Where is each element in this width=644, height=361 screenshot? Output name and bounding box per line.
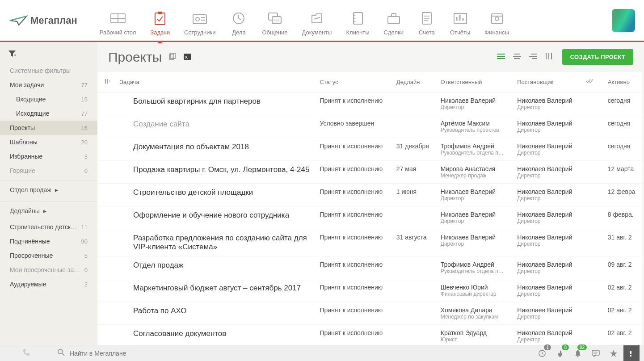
bell-icon[interactable]: 92 xyxy=(570,345,586,361)
cell-task: Большой квартирник для партнеров xyxy=(115,92,315,115)
table-row[interactable]: Большой квартирник для партнеровПринят к… xyxy=(97,92,642,115)
user-avatar[interactable] xyxy=(612,9,635,32)
cell-responsible: Николаев ВалерийДиректор xyxy=(436,206,513,229)
sidebar-item[interactable]: Избранные3 xyxy=(0,149,97,164)
nav-label: Рабочий стол xyxy=(100,29,136,36)
nav-icon xyxy=(308,10,326,26)
nav-employees[interactable]: Сотрудники xyxy=(184,5,215,36)
sidebar-group-deadlines[interactable]: Дедлайны ▸ xyxy=(0,201,97,220)
flame-icon[interactable]: 8 xyxy=(552,345,568,361)
nav-finance[interactable]: Финансы xyxy=(484,5,509,36)
col-author[interactable]: Постановщик xyxy=(513,72,581,92)
cell-task: Согласование документов xyxy=(115,325,315,345)
nav-label: Отчёты xyxy=(450,29,470,36)
table-row[interactable]: Документация по объектам 2018Принят к ис… xyxy=(97,138,642,161)
nav-label: Дела xyxy=(232,29,245,36)
sidebar-item[interactable]: Просроченные5 xyxy=(0,248,97,263)
phone-icon[interactable] xyxy=(4,348,48,358)
svg-point-14 xyxy=(274,20,275,21)
sidebar-item[interactable]: Входящие15 xyxy=(0,92,97,106)
cell-responsible: Артёмов МаксимРуководитель проектов xyxy=(436,115,513,138)
sidebar-item[interactable]: Подчинённые90 xyxy=(0,234,97,248)
sidebar-item-count: 77 xyxy=(81,110,88,117)
cell-check xyxy=(581,302,603,325)
sidebar-item[interactable]: Аудируемые2 xyxy=(0,277,97,291)
col-responsible[interactable]: Ответственный xyxy=(436,72,513,92)
col-activity[interactable]: Активно xyxy=(603,72,642,92)
table-row[interactable]: Создание сайтаУсловно завершенАртёмов Ма… xyxy=(97,115,642,138)
sidebar-item-count: 11 xyxy=(81,224,88,231)
brand-logo[interactable]: Мегаплан xyxy=(9,14,77,27)
table-row[interactable]: Строительство детской площадкиПринят к и… xyxy=(97,184,642,206)
view-list-icon[interactable] xyxy=(497,53,505,61)
table-header-row: + Задача Статус Дедлайн Ответственный По… xyxy=(97,72,642,92)
nav-sales[interactable]: Сделки xyxy=(384,5,404,36)
sidebar-item-label: Избранные xyxy=(10,153,42,160)
sidebar-item[interactable]: Шаблоны20 xyxy=(0,135,97,149)
nav-chat[interactable]: Общение xyxy=(262,5,287,36)
cell-status: Принят к исполнению xyxy=(315,206,391,229)
search-input[interactable] xyxy=(70,350,525,357)
cell-activity: 12 марта xyxy=(603,161,642,184)
projects-table: + Задача Статус Дедлайн Ответственный По… xyxy=(97,72,642,345)
svg-text:+: + xyxy=(109,79,111,84)
sidebar-item[interactable]: Строительство детск…11 xyxy=(0,220,97,234)
table-row[interactable]: Согласование документовПринят к исполнен… xyxy=(97,325,642,345)
nav-documents[interactable]: Документы xyxy=(302,5,332,36)
table-row[interactable]: Продажа квартиры г. Омск, ул. Лермонтова… xyxy=(97,161,642,184)
nav-invoices[interactable]: Счета xyxy=(418,5,436,36)
chat-icon[interactable] xyxy=(588,345,604,361)
svg-point-6 xyxy=(196,17,199,21)
table-row[interactable]: Разработка предложения по созданию сайта… xyxy=(97,229,642,256)
col-deadline[interactable]: Дедлайн xyxy=(392,72,436,92)
badge: 92 xyxy=(577,344,587,350)
cell-status: Принят к исполнению xyxy=(315,325,391,345)
col-status[interactable]: Статус xyxy=(315,72,391,92)
badge: 8 xyxy=(562,344,569,350)
sidebar-item[interactable]: Мои задачи77 xyxy=(0,78,97,92)
nav-label: Сотрудники xyxy=(184,29,215,36)
sidebar-item[interactable]: Проекты16 xyxy=(0,121,97,135)
view-center-icon[interactable] xyxy=(513,53,521,61)
col-task[interactable]: Задача xyxy=(115,72,315,92)
sidebar-item-count: 2 xyxy=(84,281,88,288)
view-right-icon[interactable] xyxy=(529,53,537,61)
view-columns-icon[interactable] xyxy=(545,53,552,61)
alert-icon[interactable] xyxy=(623,345,640,361)
cell-author: Николаев ВалерийДиректор xyxy=(513,161,581,184)
svg-rect-4 xyxy=(158,12,162,14)
nav-reports[interactable]: Отчёты xyxy=(450,5,470,36)
cell-responsible: Николаев ВалерийДиректор xyxy=(436,184,513,206)
nav-tasks[interactable]: Задачи xyxy=(150,5,170,36)
cell-author: Николаев ВалерийДиректор xyxy=(513,229,581,256)
sidebar-item[interactable]: Горящие0 xyxy=(0,164,97,178)
brand-name: Мегаплан xyxy=(30,15,77,26)
cell-check xyxy=(581,161,603,184)
table-row[interactable]: Работа по АХОПринят к исполнениюХомякова… xyxy=(97,302,642,325)
nav-deals[interactable]: Дела xyxy=(230,5,248,36)
cell-author: Николаев ВалерийДиректор xyxy=(513,115,581,138)
create-project-button[interactable]: СОЗДАТЬ ПРОЕКТ xyxy=(562,49,633,65)
copy-icon[interactable]: + xyxy=(168,53,177,62)
sidebar-item[interactable]: Мои просроченные за…0 xyxy=(0,263,97,277)
cell-author: Николаев ВалерийДиректор xyxy=(513,302,581,325)
column-settings-icon[interactable]: + xyxy=(97,72,115,92)
table-row[interactable]: Оформление и обучение нового сотрудникаП… xyxy=(97,206,642,229)
cell-deadline: 31 августа xyxy=(392,229,436,256)
filter-icon[interactable]: × xyxy=(0,46,97,63)
cell-author: Николаев ВалерийДиректор xyxy=(513,279,581,302)
nav-desktop[interactable]: Рабочий стол xyxy=(100,5,136,36)
sidebar-item-count: 3 xyxy=(84,153,88,160)
cell-deadline xyxy=(392,256,436,279)
col-done-icon[interactable] xyxy=(581,72,603,92)
star-icon[interactable] xyxy=(606,345,622,361)
excel-icon[interactable]: X xyxy=(183,53,192,62)
svg-rect-21 xyxy=(388,17,400,24)
sidebar-item[interactable]: Исходящие77 xyxy=(0,106,97,121)
sidebar-item-label: Мои задачи xyxy=(10,81,44,88)
table-row[interactable]: Маркетинговый бюджет август – сентябрь 2… xyxy=(97,279,642,302)
nav-clients[interactable]: Клиенты xyxy=(346,5,369,36)
sidebar-group-sales[interactable]: Отдел продаж ▸ xyxy=(0,180,97,199)
table-row[interactable]: Отдел продажПринят к исполнениюТрофимов … xyxy=(97,256,642,279)
clock-icon[interactable]: 1 xyxy=(534,345,550,361)
